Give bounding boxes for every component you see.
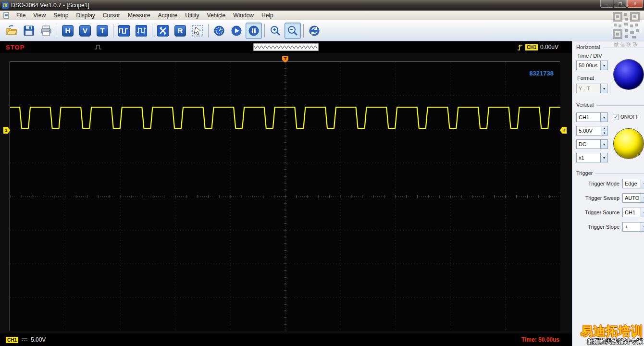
chevron-down-icon: ▾ bbox=[600, 140, 607, 148]
toolbar-separator bbox=[303, 24, 304, 37]
vertical-position-knob[interactable] bbox=[614, 129, 644, 159]
trigger-channel-badge: CH1 bbox=[525, 44, 538, 50]
zoom-out-button[interactable] bbox=[285, 23, 301, 39]
channel1-level-marker[interactable]: 1 bbox=[3, 127, 10, 134]
cursor-tool-button[interactable] bbox=[189, 23, 206, 39]
trigger-panel-button[interactable]: T bbox=[94, 23, 111, 39]
menu-display[interactable]: Display bbox=[73, 11, 99, 20]
menu-vehicle[interactable]: Vehicle bbox=[203, 11, 230, 20]
menu-window[interactable]: Window bbox=[229, 11, 258, 20]
volts-per-div-value: 5.00V bbox=[31, 336, 46, 343]
print-button[interactable] bbox=[38, 23, 54, 39]
channel-badge: CH1 bbox=[6, 337, 18, 343]
transfer-button[interactable] bbox=[155, 23, 171, 39]
brand-watermark: 易迪拓培训 射频和天线设计专家 bbox=[581, 324, 643, 345]
coupling-select[interactable]: DC ▾ bbox=[576, 139, 608, 149]
spinner-up-icon[interactable]: ▲ bbox=[601, 126, 607, 131]
pulse-icon bbox=[94, 44, 102, 50]
waveform-mode-button[interactable] bbox=[116, 23, 132, 39]
menu-cursor[interactable]: Cursor bbox=[99, 11, 124, 20]
waveform-plot bbox=[10, 62, 560, 331]
toolbar-separator bbox=[264, 24, 265, 37]
checkbox-check-icon: ✓ bbox=[613, 114, 619, 120]
menu-setup[interactable]: Setup bbox=[50, 11, 72, 20]
autoset-button[interactable] bbox=[211, 23, 227, 39]
window-controls: – □ × bbox=[600, 0, 643, 8]
format-select[interactable]: Y - T ▾ bbox=[576, 84, 608, 93]
menu-bar: FileViewSetupDisplayCursorMeasureAcquire… bbox=[0, 11, 644, 20]
trigger-edge-icon bbox=[517, 44, 523, 51]
menu-acquire[interactable]: Acquire bbox=[154, 11, 182, 20]
trigger-source-select[interactable]: CH1▾ bbox=[622, 208, 644, 217]
channel-select[interactable]: CH1 ▾ bbox=[576, 112, 608, 122]
title-bar: DSO-3064 Ver1.0.7 - [Scope1] – □ × bbox=[0, 0, 644, 11]
control-panel: Horizontal Time / DIV 50.00us ▾ Format Y… bbox=[572, 41, 644, 346]
toolbar-separator bbox=[208, 24, 209, 37]
menu-view[interactable]: View bbox=[29, 11, 50, 20]
toolbar-separator bbox=[57, 24, 57, 37]
pause-button[interactable] bbox=[246, 23, 262, 39]
horizontal-position-knob[interactable] bbox=[614, 60, 644, 89]
chevron-down-icon: ▾ bbox=[641, 179, 644, 188]
scope-area: 8321738 1 T T bbox=[0, 53, 572, 334]
minimize-button[interactable]: – bbox=[600, 0, 613, 8]
document-icon[interactable] bbox=[3, 12, 10, 19]
bottom-status-bar: CH1 5.00V Time: 50.00us bbox=[0, 334, 572, 346]
menu-file[interactable]: File bbox=[12, 11, 29, 20]
chevron-down-icon: ▾ bbox=[600, 113, 607, 122]
spinner-down-icon[interactable]: ▼ bbox=[601, 131, 607, 136]
maximize-button[interactable]: □ bbox=[614, 0, 627, 8]
run-state-label: STOP bbox=[6, 44, 25, 51]
trigger-slope-select-label: Trigger Slope bbox=[572, 224, 619, 230]
onoff-label: ON/OFF bbox=[620, 114, 639, 120]
chevron-down-icon: ▾ bbox=[600, 153, 607, 162]
horizontal-panel-button[interactable]: H bbox=[60, 23, 76, 39]
app-window: DSO-3064 Ver1.0.7 - [Scope1] – □ × FileV… bbox=[0, 0, 644, 346]
scope-display[interactable]: 8321738 1 T T bbox=[10, 62, 560, 331]
trigger-sweep-select[interactable]: AUTO▾ bbox=[622, 193, 644, 203]
trigger-section-title: Trigger bbox=[576, 170, 644, 176]
dc-coupling-icon bbox=[21, 338, 28, 342]
record-button[interactable]: R bbox=[172, 23, 188, 39]
chevron-down-icon: ▾ bbox=[600, 61, 607, 70]
trigger-sweep-select-label: Trigger Sweep bbox=[572, 195, 619, 201]
chevron-down-icon: ▾ bbox=[641, 208, 644, 217]
menu-measure[interactable]: Measure bbox=[124, 11, 154, 20]
waveform-position-bar[interactable] bbox=[253, 43, 319, 51]
device-id-number: 8321738 bbox=[529, 70, 554, 77]
toolbar-separator bbox=[152, 24, 152, 37]
trigger-mode-select[interactable]: Edge▾ bbox=[622, 179, 644, 188]
volts-div-spinner[interactable]: 5.00V ▲ ▼ bbox=[576, 126, 608, 136]
trigger-level-value: 0.00uV bbox=[540, 44, 558, 50]
vertical-panel-button[interactable]: V bbox=[77, 23, 93, 39]
timebase-select[interactable]: 50.00us ▾ bbox=[576, 61, 608, 70]
chevron-down-icon: ▾ bbox=[641, 194, 644, 202]
chevron-down-icon: ▾ bbox=[600, 84, 607, 93]
trigger-level-marker[interactable]: T bbox=[560, 127, 567, 134]
format-label: Format bbox=[577, 75, 594, 81]
time-div-label: Time / DIV bbox=[577, 53, 602, 59]
trigger-slope-select[interactable]: +▾ bbox=[622, 222, 644, 232]
menu-help[interactable]: Help bbox=[258, 11, 277, 20]
zoom-in-button[interactable] bbox=[267, 23, 284, 39]
trigger-mode-select-label: Trigger Mode bbox=[572, 181, 619, 186]
close-button[interactable]: × bbox=[627, 0, 643, 8]
waveform-measure-button[interactable] bbox=[133, 23, 149, 39]
sync-button[interactable] bbox=[306, 23, 322, 39]
open-button[interactable] bbox=[3, 23, 20, 39]
window-title: DSO-3064 Ver1.0.7 - [Scope1] bbox=[11, 2, 89, 9]
trigger-source-select-label: Trigger Source bbox=[572, 210, 619, 215]
toolbar-separator bbox=[113, 24, 113, 37]
status-strip: STOP CH1 0.00uV bbox=[0, 41, 572, 53]
probe-select[interactable]: x1 ▾ bbox=[576, 153, 608, 162]
toolbar: HVTR bbox=[0, 20, 644, 41]
vertical-section-title: Vertical bbox=[576, 102, 644, 108]
time-per-div-value: Time: 50.00us bbox=[521, 336, 559, 343]
save-button[interactable] bbox=[21, 23, 37, 39]
app-icon bbox=[2, 2, 9, 9]
menu-utility[interactable]: Utility bbox=[181, 11, 203, 20]
horizontal-section-title: Horizontal bbox=[576, 44, 644, 50]
scope-column: STOP CH1 0.00uV 8 bbox=[0, 41, 572, 346]
channel-onoff-checkbox[interactable]: ✓ ON/OFF bbox=[613, 114, 639, 120]
run-button[interactable] bbox=[228, 23, 245, 39]
